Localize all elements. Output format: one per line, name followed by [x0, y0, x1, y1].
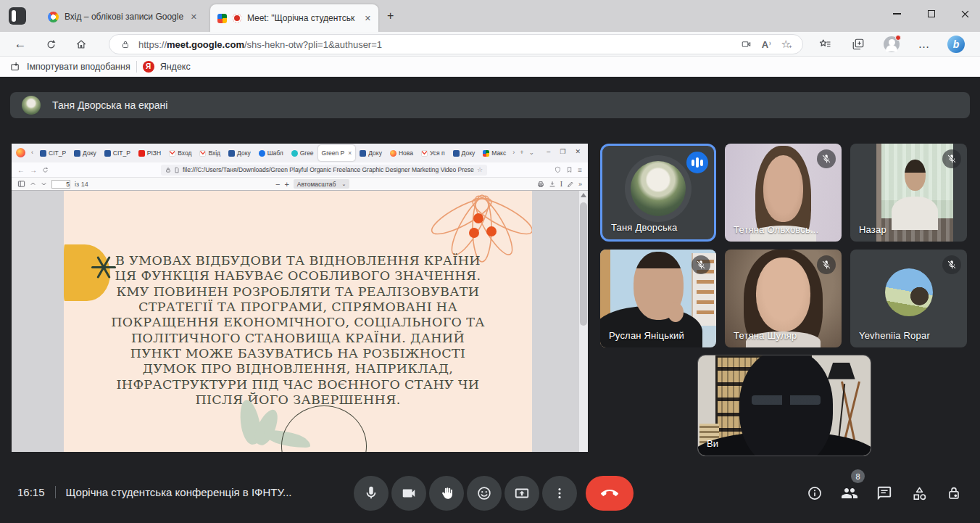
- mic-off-icon: [942, 149, 961, 168]
- home-icon[interactable]: [72, 36, 90, 53]
- reactions-button[interactable]: [467, 476, 502, 511]
- participant-tile-yevheniia-ropar[interactable]: Yevheniia Ropar: [850, 250, 967, 347]
- back-icon[interactable]: ←: [12, 36, 29, 53]
- scroll-tabs-left-icon[interactable]: ‹: [29, 149, 36, 156]
- participant-tile-ruslan-yanitskyi[interactable]: Руслан Яніцький: [600, 250, 716, 347]
- minimize-button[interactable]: [880, 0, 913, 28]
- new-tab-button[interactable]: +: [387, 9, 394, 22]
- workspaces-icon[interactable]: [9, 7, 26, 25]
- more-options-button[interactable]: [542, 476, 577, 511]
- shared-tab[interactable]: Макс: [479, 146, 510, 160]
- shared-screen[interactable]: ‹ CIT_Р Доку CIT_Р РІЗН Вход Вхід Доку Ш…: [12, 144, 588, 452]
- shared-tab[interactable]: Вход: [165, 146, 195, 160]
- divider: [136, 61, 137, 73]
- new-tab-icon[interactable]: +: [518, 149, 526, 156]
- microphone-button[interactable]: [354, 476, 389, 511]
- pdf-prev-page-icon[interactable]: [30, 181, 36, 187]
- scroll-thumb[interactable]: [580, 202, 587, 326]
- participant-tile-tetyana-olkhovska[interactable]: Тетяна Ольховсь...: [725, 144, 842, 242]
- inner-save-icon[interactable]: [566, 166, 573, 173]
- shared-tab[interactable]: Доку: [449, 146, 479, 160]
- participant-tile-self[interactable]: Ви: [698, 355, 871, 456]
- close-button[interactable]: [948, 0, 980, 28]
- camera-button[interactable]: [391, 476, 426, 511]
- meet-favicon: [217, 14, 227, 23]
- shared-tab[interactable]: Шабл: [255, 146, 287, 160]
- yandex-bookmark[interactable]: Яндекс: [160, 62, 191, 72]
- refresh-icon[interactable]: [42, 36, 59, 53]
- browser-tab-google-signin[interactable]: Вхід – облікові записи Google ✕: [41, 4, 204, 29]
- address-bar[interactable]: https://meet.google.com/shs-hekn-otw?pli…: [109, 34, 803, 54]
- inner-refresh-icon[interactable]: [42, 167, 49, 173]
- tab-list-icon[interactable]: ⌄: [526, 149, 536, 156]
- settings-more-icon[interactable]: …: [915, 35, 934, 54]
- shared-tab[interactable]: CIT_Р: [36, 146, 70, 160]
- inner-forward-icon[interactable]: →: [30, 166, 37, 174]
- inner-minimize-icon[interactable]: –: [542, 148, 555, 155]
- end-call-button[interactable]: [586, 476, 634, 511]
- pdf-zoom-select[interactable]: Автомасштаб⌄: [294, 179, 349, 189]
- speaking-indicator-icon: [686, 152, 708, 173]
- maximize-button[interactable]: [915, 0, 948, 28]
- inner-menu-icon[interactable]: ≡: [578, 166, 582, 174]
- slide-arc: [281, 405, 367, 452]
- participant-tile-tetyana-shulyar[interactable]: Тетяна Шуляр: [725, 250, 842, 347]
- inner-shield-icon[interactable]: [555, 166, 561, 173]
- people-button[interactable]: 8: [832, 476, 867, 511]
- pdf-sidebar-icon[interactable]: [17, 180, 25, 188]
- pdf-zoom-out-icon[interactable]: −: [275, 180, 280, 189]
- pdf-page-input[interactable]: [51, 180, 70, 189]
- add-favorite-icon[interactable]: ☆+: [779, 37, 794, 52]
- read-aloud-icon[interactable]: A⁾: [759, 37, 773, 52]
- pdf-next-page-icon[interactable]: [41, 181, 47, 187]
- tab-close-icon[interactable]: ✕: [191, 13, 197, 21]
- meeting-details-button[interactable]: [797, 476, 832, 511]
- shared-tab-active[interactable]: Green Р×: [318, 145, 356, 161]
- tab-video-icon[interactable]: [739, 37, 753, 52]
- pdf-text-tool-icon[interactable]: I: [560, 180, 562, 188]
- inner-restore-icon[interactable]: ❐: [555, 148, 570, 155]
- chat-button[interactable]: [867, 476, 902, 511]
- shared-tab[interactable]: Доку: [70, 146, 100, 160]
- shared-tab[interactable]: Нова: [386, 146, 417, 160]
- shared-tab[interactable]: Вхід: [196, 146, 224, 160]
- scroll-tabs-right-icon[interactable]: ›: [510, 149, 517, 156]
- meeting-info: 16:15 Щорічна студентська конференція в …: [17, 486, 292, 498]
- activities-button[interactable]: [902, 476, 937, 511]
- divider: [55, 486, 56, 498]
- present-screen-button[interactable]: [504, 476, 539, 511]
- shared-tab[interactable]: Доку: [225, 146, 254, 160]
- tab-close-icon[interactable]: ✕: [365, 15, 371, 22]
- inner-close-icon[interactable]: ✕: [570, 148, 585, 155]
- participant-name: Руслан Яніцький: [609, 330, 684, 341]
- shared-tab[interactable]: РІЗН: [135, 146, 165, 160]
- pdf-print-icon[interactable]: [537, 181, 544, 188]
- inner-address-bar[interactable]: file:///C:/Users/Таня/Downloads/Green Pl…: [161, 165, 487, 176]
- firefox-icon: [16, 148, 25, 157]
- participant-count-badge: 8: [851, 469, 865, 483]
- raise-hand-button[interactable]: [429, 476, 464, 511]
- shared-tab[interactable]: CIT_Р: [101, 146, 134, 160]
- shared-tab[interactable]: Gree: [288, 146, 317, 160]
- profile-avatar[interactable]: [882, 35, 901, 54]
- mic-off-icon: [942, 255, 961, 274]
- scroll-up-icon[interactable]: [581, 193, 586, 197]
- pdf-more-tools-icon[interactable]: »: [578, 181, 582, 188]
- pdf-draw-icon[interactable]: [567, 181, 574, 188]
- collections-icon[interactable]: [849, 35, 868, 54]
- browser-tab-meet[interactable]: Meet: "Щорічна студентськ ✕: [210, 4, 378, 32]
- participant-tile-tanya-dvorska[interactable]: Таня Дворська: [600, 144, 716, 242]
- pdf-scrollbar[interactable]: [579, 191, 588, 452]
- bing-chat-icon[interactable]: b: [947, 35, 966, 54]
- participant-tile-nazar[interactable]: Назар: [850, 144, 967, 242]
- host-controls-button[interactable]: [937, 476, 971, 511]
- mic-off-icon: [817, 149, 836, 168]
- import-favorites-link[interactable]: Імпортувати вподобання: [27, 62, 130, 72]
- shared-tab[interactable]: Уся п: [418, 146, 449, 160]
- shared-tab[interactable]: Доку: [356, 146, 386, 160]
- pdf-download-icon[interactable]: [549, 181, 556, 188]
- favorites-icon[interactable]: [815, 35, 834, 54]
- inner-back-icon[interactable]: ←: [17, 166, 25, 174]
- pdf-zoom-in-icon[interactable]: +: [284, 180, 288, 189]
- inner-star-icon[interactable]: ☆: [477, 166, 483, 173]
